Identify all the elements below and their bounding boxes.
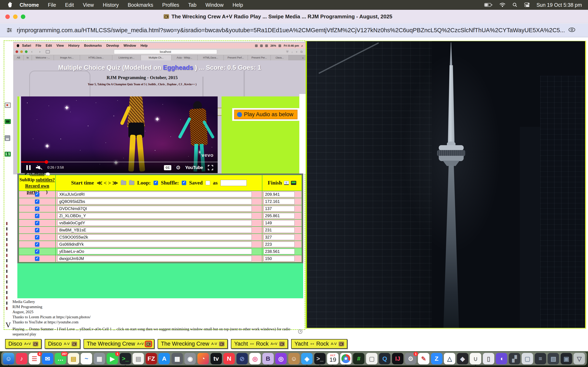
dock-icon-dark-app-3[interactable]: ▧ bbox=[548, 353, 559, 364]
seek-arrows[interactable]: ≪ < > ≫ bbox=[97, 180, 118, 186]
row-checkbox[interactable] bbox=[35, 257, 39, 261]
control-center-icon[interactable] bbox=[524, 2, 530, 7]
subtitles-link[interactable]: subtitles? bbox=[36, 177, 55, 182]
row-checkbox[interactable] bbox=[35, 228, 39, 233]
video-id-input[interactable] bbox=[57, 256, 252, 261]
dock-icon-blocked[interactable]: ⊘ bbox=[236, 353, 248, 364]
video-id-input[interactable] bbox=[57, 234, 252, 240]
finish-time-input[interactable] bbox=[264, 192, 295, 197]
video-id-input[interactable] bbox=[57, 249, 252, 254]
url-text[interactable]: rjmprogramming.com.au/HTMLCSS/swipe_medi… bbox=[17, 27, 565, 34]
menu-item-tab[interactable]: Tab bbox=[188, 2, 196, 8]
video-id-input[interactable] bbox=[57, 213, 252, 218]
minimize-window-button[interactable] bbox=[13, 15, 17, 19]
row-checkbox[interactable] bbox=[35, 249, 39, 254]
folder-icon[interactable] bbox=[121, 181, 126, 185]
eye-preview-icon[interactable] bbox=[568, 27, 576, 33]
video-id-input[interactable] bbox=[57, 192, 252, 197]
video-id-input[interactable] bbox=[57, 242, 252, 247]
tv-icon[interactable] bbox=[5, 119, 11, 124]
finish-time-input[interactable] bbox=[264, 220, 295, 226]
dock-icon-contacts[interactable]: ☺ bbox=[288, 353, 300, 364]
dock-icon-photos[interactable]: ◎ bbox=[249, 353, 261, 364]
monitor-icon[interactable] bbox=[291, 181, 296, 185]
fullscreen-button[interactable] bbox=[208, 165, 214, 171]
video-id-input[interactable] bbox=[57, 199, 252, 204]
row-checkbox[interactable] bbox=[35, 200, 39, 204]
active-app-name[interactable]: Chrome bbox=[20, 2, 39, 8]
row-checkbox[interactable] bbox=[35, 207, 39, 211]
dock-icon-podcasts[interactable]: ◎ bbox=[275, 353, 287, 364]
dock-icon-messages[interactable]: …207 bbox=[55, 353, 66, 364]
playlist-button-5[interactable]: Yacht++ RockA-V bbox=[291, 339, 347, 349]
dock-icon-iterm[interactable]: >_ bbox=[314, 353, 326, 364]
dock-icon-safari[interactable]: ◈ bbox=[301, 353, 312, 364]
dock-icon-launchpad[interactable]: ▦ bbox=[94, 353, 105, 364]
site-settings-icon[interactable] bbox=[5, 26, 14, 35]
playlist-button-0[interactable]: DiscoA+V bbox=[5, 339, 42, 349]
finish-time-input[interactable] bbox=[264, 227, 295, 233]
dock-icon-trash[interactable]: ▽ bbox=[573, 353, 585, 364]
menu-item-view[interactable]: View bbox=[83, 2, 94, 8]
finish-time-input[interactable] bbox=[264, 213, 295, 218]
dock-icon-chrome[interactable] bbox=[340, 353, 352, 364]
menu-item-window[interactable]: Window bbox=[205, 2, 224, 8]
dock-icon-terminal[interactable]: >_ bbox=[120, 353, 131, 364]
menu-item-history[interactable]: History bbox=[103, 2, 119, 8]
playlist-button-4[interactable]: Yacht++ RockA+V bbox=[231, 339, 288, 349]
floppy-icon[interactable] bbox=[5, 135, 10, 141]
row-checkbox[interactable] bbox=[35, 242, 39, 247]
finish-time-input[interactable] bbox=[264, 242, 295, 247]
create-link[interactable]: Create bbox=[31, 171, 44, 176]
row-checkbox[interactable] bbox=[35, 235, 39, 240]
dock-icon-news[interactable]: N bbox=[223, 353, 235, 364]
video-settings-gear-icon[interactable]: ⚙ bbox=[176, 165, 181, 171]
dock-icon-mail[interactable]: ✉ bbox=[42, 353, 53, 364]
dock-icon-prism[interactable]: △ bbox=[444, 353, 455, 364]
row-checkbox[interactable] bbox=[35, 214, 39, 218]
youtube-logo[interactable]: YouTube bbox=[185, 165, 203, 170]
dock-icon-notes[interactable]: ▤ bbox=[68, 353, 79, 364]
dock-icon-paint[interactable]: ✎ bbox=[418, 353, 429, 364]
dock-icon-firefox[interactable]: ◔ bbox=[198, 353, 209, 364]
spotlight-search-icon[interactable] bbox=[512, 2, 517, 7]
email-icon[interactable] bbox=[284, 181, 289, 185]
playlist-button-3[interactable]: The Wrecking CrewA-V bbox=[158, 339, 228, 349]
apple-logo-icon[interactable] bbox=[7, 2, 13, 8]
loop-checkbox[interactable] bbox=[154, 181, 158, 185]
dock-icon-bbedit[interactable]: B bbox=[262, 353, 274, 364]
menu-item-file[interactable]: File bbox=[48, 2, 56, 8]
pause-button[interactable] bbox=[26, 165, 31, 170]
dock-icon-terminal-green[interactable]: # bbox=[353, 353, 364, 364]
dock-icon-zoom[interactable]: Z bbox=[431, 353, 442, 364]
closed-captions-button[interactable]: CC bbox=[164, 165, 171, 170]
video-id-input[interactable] bbox=[57, 220, 252, 226]
menu-item-edit[interactable]: Edit bbox=[65, 2, 74, 8]
play-audio-button[interactable]: Play Audio as below bbox=[234, 110, 297, 119]
youtube-video-player[interactable]: ✦✦✦✦✦ vevo bbox=[21, 96, 218, 173]
video-progress-bar[interactable] bbox=[21, 161, 218, 162]
dock-icon-calendar[interactable]: OCT19 bbox=[327, 353, 338, 364]
menu-item-profiles[interactable]: Profiles bbox=[162, 2, 179, 8]
muted-volume-icon[interactable] bbox=[36, 165, 43, 170]
dock-icon-appletv[interactable]: tv bbox=[210, 353, 222, 364]
menu-item-help[interactable]: Help bbox=[233, 2, 243, 8]
dock-icon-textedit[interactable]: ▤ bbox=[132, 353, 144, 364]
battery-icon[interactable] bbox=[484, 3, 493, 7]
dock-icon-reminders[interactable]: ☰3 bbox=[29, 353, 40, 364]
dock-icon-finder[interactable]: ☺ bbox=[3, 353, 14, 364]
close-window-button[interactable] bbox=[5, 15, 10, 19]
dock-icon-keypad[interactable]: ▦ bbox=[172, 353, 183, 364]
dock-icon-inkscape[interactable]: ◆ bbox=[457, 353, 468, 364]
row-checkbox[interactable] bbox=[35, 221, 39, 225]
dock-icon-freeform[interactable]: ~ bbox=[81, 353, 92, 364]
dock-icon-appstore[interactable]: A bbox=[158, 353, 170, 364]
zoom-window-button[interactable] bbox=[21, 15, 25, 19]
dock-icon-tooth[interactable]: ∪ bbox=[470, 353, 481, 364]
menu-bar-clock[interactable]: Sun 19 Oct 5:38 pm bbox=[536, 2, 582, 8]
sliders-icon[interactable] bbox=[5, 152, 11, 157]
saved-as-input[interactable] bbox=[221, 180, 247, 186]
dock-icon-gimp[interactable]: ◉ bbox=[184, 353, 196, 364]
dock-icon-light-app[interactable]: ▢ bbox=[522, 353, 533, 364]
finish-time-input[interactable] bbox=[264, 256, 295, 261]
